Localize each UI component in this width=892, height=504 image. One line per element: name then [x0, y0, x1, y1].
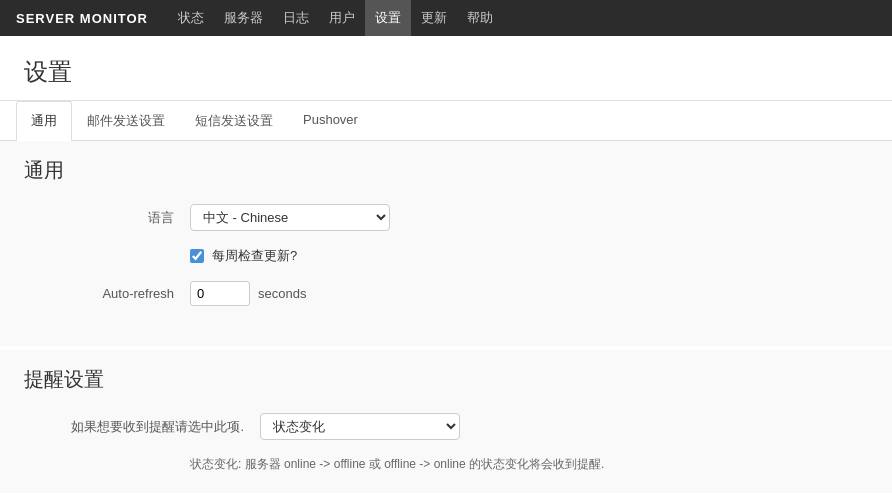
auto-refresh-input[interactable]	[190, 281, 250, 306]
language-select[interactable]: 中文 - Chinese English	[190, 204, 390, 231]
tab-sms[interactable]: 短信发送设置	[180, 101, 288, 141]
navbar: SERVER MONITOR 状态 服务器 日志 用户 设置 更新 帮助	[0, 0, 892, 36]
brand-logo: SERVER MONITOR	[16, 11, 148, 26]
tab-general[interactable]: 通用	[16, 101, 72, 141]
auto-refresh-field: Auto-refresh seconds	[24, 281, 868, 306]
nav-menu: 状态 服务器 日志 用户 设置 更新 帮助	[168, 0, 503, 36]
section-alerts: 提醒设置 如果想要收到提醒请选中此项. 状态变化 始终 状态变化: 服务器 on…	[0, 350, 892, 493]
page-header: 设置	[0, 36, 892, 101]
section-general-title: 通用	[24, 157, 868, 184]
weekly-check-group: 每周检查更新?	[170, 247, 868, 265]
nav-item-servers[interactable]: 服务器	[214, 0, 273, 36]
nav-item-settings[interactable]: 设置	[365, 0, 411, 36]
auto-refresh-unit: seconds	[258, 286, 306, 301]
nav-item-users[interactable]: 用户	[319, 0, 365, 36]
tab-email[interactable]: 邮件发送设置	[72, 101, 180, 141]
alert-trigger-label: 如果想要收到提醒请选中此项.	[44, 418, 244, 436]
nav-item-status[interactable]: 状态	[168, 0, 214, 36]
tab-pushover[interactable]: Pushover	[288, 101, 373, 141]
section-general: 通用 语言 中文 - Chinese English 每周检查更新? Auto-…	[0, 141, 892, 346]
alert-hint: 状态变化: 服务器 online -> offline 或 offline ->…	[170, 456, 868, 473]
language-field: 语言 中文 - Chinese English	[24, 204, 868, 231]
tabs-bar: 通用 邮件发送设置 短信发送设置 Pushover	[0, 101, 892, 141]
nav-item-updates[interactable]: 更新	[411, 0, 457, 36]
language-label: 语言	[44, 209, 174, 227]
alert-trigger-select[interactable]: 状态变化 始终	[260, 413, 460, 440]
auto-refresh-label: Auto-refresh	[44, 286, 174, 301]
alert-trigger-field: 如果想要收到提醒请选中此项. 状态变化 始终	[24, 413, 868, 440]
weekly-check-label[interactable]: 每周检查更新?	[212, 247, 297, 265]
page-title: 设置	[24, 56, 868, 88]
section-alerts-title: 提醒设置	[24, 366, 868, 393]
nav-item-logs[interactable]: 日志	[273, 0, 319, 36]
weekly-check-checkbox[interactable]	[190, 249, 204, 263]
nav-item-help[interactable]: 帮助	[457, 0, 503, 36]
alert-hint-text: 状态变化: 服务器 online -> offline 或 offline ->…	[190, 457, 604, 471]
page-container: 设置 通用 邮件发送设置 短信发送设置 Pushover 通用 语言 中文 - …	[0, 36, 892, 504]
